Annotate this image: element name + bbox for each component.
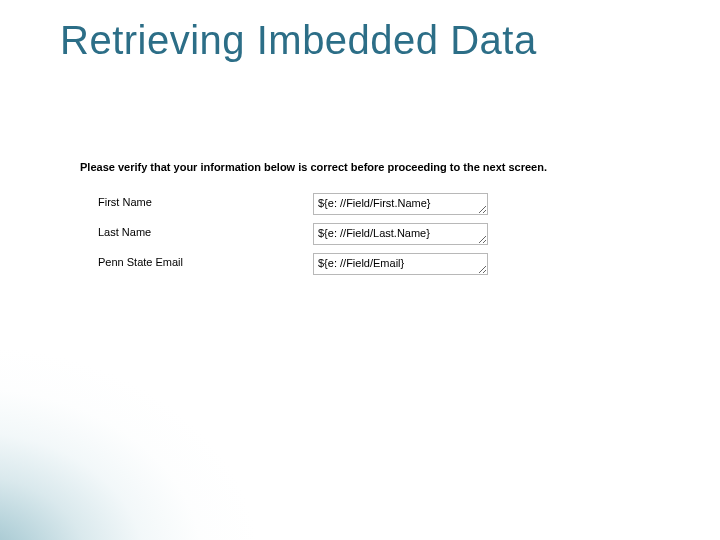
table-row: Penn State Email ${e: //Field/Email} (80, 253, 645, 275)
email-field[interactable]: ${e: //Field/Email} (313, 253, 488, 275)
first-name-field[interactable]: ${e: //Field/First.Name} (313, 193, 488, 215)
form-panel: Please verify that your information belo… (80, 160, 645, 283)
email-label: Penn State Email (98, 253, 313, 268)
slide-title: Retrieving Imbedded Data (60, 18, 537, 63)
last-name-field[interactable]: ${e: //Field/Last.Name} (313, 223, 488, 245)
last-name-label: Last Name (98, 223, 313, 238)
first-name-label: First Name (98, 193, 313, 208)
instruction-text: Please verify that your information belo… (80, 160, 645, 175)
table-row: Last Name ${e: //Field/Last.Name} (80, 223, 645, 245)
table-row: First Name ${e: //Field/First.Name} (80, 193, 645, 215)
